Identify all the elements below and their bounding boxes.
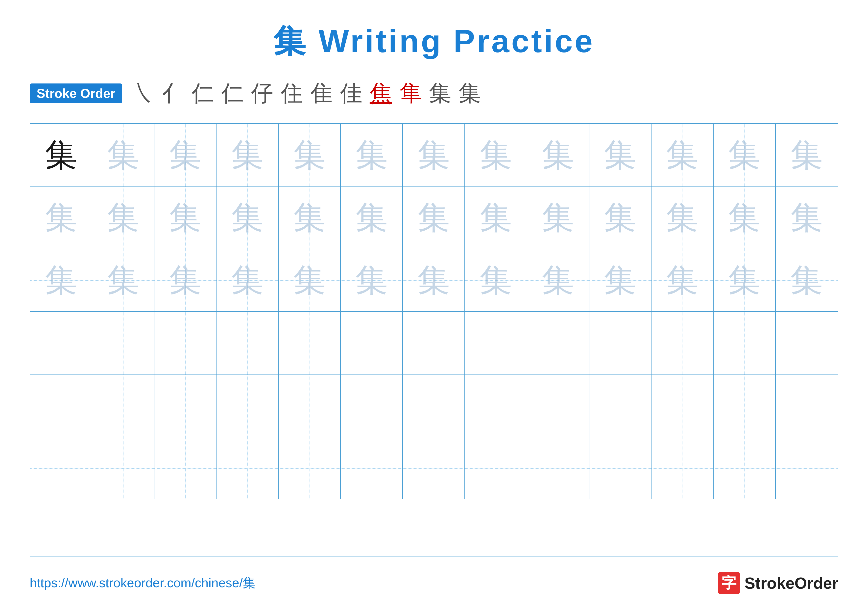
grid-cell: 集: [589, 124, 651, 186]
grid-cell: 集: [527, 124, 589, 186]
grid-cell: [714, 312, 776, 374]
grid-cell: [279, 312, 341, 374]
cell-character: 集: [542, 264, 574, 297]
grid-cell: 集: [776, 124, 838, 186]
grid-cell: 集: [589, 249, 651, 311]
grid-cell: [527, 437, 589, 499]
stroke-3: 仁: [192, 78, 214, 109]
cell-character: 集: [293, 139, 326, 171]
grid-cell: 集: [30, 187, 92, 249]
cell-character: 集: [790, 139, 823, 171]
grid-cell: 集: [651, 187, 714, 249]
grid-cell: 集: [217, 124, 279, 186]
grid-cell: [403, 375, 465, 437]
footer-url[interactable]: https://www.strokeorder.com/chinese/集: [30, 574, 256, 592]
grid-cell: [217, 375, 279, 437]
grid-cell: [154, 312, 217, 374]
grid-cell: [651, 437, 714, 499]
grid-cell: 集: [527, 249, 589, 311]
grid-cell: 集: [403, 124, 465, 186]
stroke-2: 亻: [162, 78, 184, 109]
grid-cell: [589, 437, 651, 499]
cell-character: 集: [480, 139, 512, 171]
grid-cell: 集: [92, 187, 154, 249]
grid-row: [30, 375, 838, 437]
grid-cell: [714, 375, 776, 437]
cell-character: 集: [604, 264, 636, 297]
stroke-chars: ㇏ 亻 仁 仁 仔 住 隹 佳 焦 隼 集 集: [132, 78, 481, 109]
grid-row: 集集集集集集集集集集集集集: [30, 124, 838, 187]
grid-cell: [217, 312, 279, 374]
grid-cell: 集: [279, 187, 341, 249]
stroke-1: ㇏: [132, 78, 154, 109]
cell-character: 集: [107, 139, 139, 171]
grid-row: [30, 312, 838, 375]
stroke-order-badge: Stroke Order: [30, 84, 122, 103]
footer: https://www.strokeorder.com/chinese/集 字 …: [30, 572, 838, 594]
stroke-12: 集: [459, 78, 481, 109]
stroke-9: 焦: [370, 78, 392, 109]
grid-cell: 集: [403, 187, 465, 249]
grid-cell: [30, 375, 92, 437]
grid-cell: 集: [714, 249, 776, 311]
grid-cell: 集: [341, 187, 403, 249]
grid-cell: [465, 437, 527, 499]
cell-character: 集: [418, 202, 450, 234]
stroke-6: 住: [281, 78, 303, 109]
grid-cell: [465, 375, 527, 437]
grid-cell: [154, 375, 217, 437]
page: 集 Writing Practice Stroke Order ㇏ 亻 仁 仁 …: [0, 0, 868, 614]
cell-character: 集: [666, 139, 698, 171]
grid-cell: [30, 312, 92, 374]
grid-cell: 集: [465, 249, 527, 311]
grid-cell: 集: [403, 249, 465, 311]
cell-character: 集: [542, 139, 574, 171]
grid-cell: 集: [217, 187, 279, 249]
grid-cell: [403, 312, 465, 374]
grid-cell: [217, 437, 279, 499]
cell-character: 集: [604, 139, 636, 171]
cell-character: 集: [107, 264, 139, 297]
grid-cell: 集: [30, 249, 92, 311]
grid-cell: 集: [776, 249, 838, 311]
grid-cell: 集: [30, 124, 92, 186]
grid-cell: 集: [465, 187, 527, 249]
grid-cell: [714, 437, 776, 499]
cell-character: 集: [169, 139, 202, 171]
grid-cell: 集: [341, 124, 403, 186]
grid-cell: [776, 375, 838, 437]
grid-cell: 集: [154, 249, 217, 311]
grid-cell: 集: [279, 249, 341, 311]
grid-cell: [341, 437, 403, 499]
grid-cell: [30, 437, 92, 499]
stroke-11: 集: [429, 78, 451, 109]
grid-cell: 集: [651, 249, 714, 311]
grid-cell: 集: [279, 124, 341, 186]
cell-character: 集: [169, 202, 202, 234]
cell-character: 集: [107, 202, 139, 234]
grid-row: 集集集集集集集集集集集集集: [30, 187, 838, 249]
grid-cell: [92, 437, 154, 499]
cell-character: 集: [356, 202, 388, 234]
grid-cell: 集: [154, 187, 217, 249]
grid-cell: [341, 375, 403, 437]
grid-cell: [92, 375, 154, 437]
cell-character: 集: [666, 264, 698, 297]
grid-cell: [279, 375, 341, 437]
grid-cell: [403, 437, 465, 499]
grid-cell: [651, 312, 714, 374]
grid-cell: 集: [154, 124, 217, 186]
cell-character: 集: [356, 264, 388, 297]
practice-grid: 集集集集集集集集集集集集集集集集集集集集集集集集集集集集集集集集集集集集集集集: [30, 123, 838, 557]
cell-character: 集: [728, 202, 760, 234]
cell-character: 集: [418, 264, 450, 297]
grid-cell: [527, 375, 589, 437]
grid-cell: 集: [589, 187, 651, 249]
cell-character: 集: [728, 139, 760, 171]
cell-character: 集: [231, 202, 264, 234]
grid-cell: 集: [714, 124, 776, 186]
cell-character: 集: [790, 202, 823, 234]
grid-cell: [154, 437, 217, 499]
stroke-5: 仔: [251, 78, 273, 109]
logo-icon: 字: [718, 572, 740, 594]
